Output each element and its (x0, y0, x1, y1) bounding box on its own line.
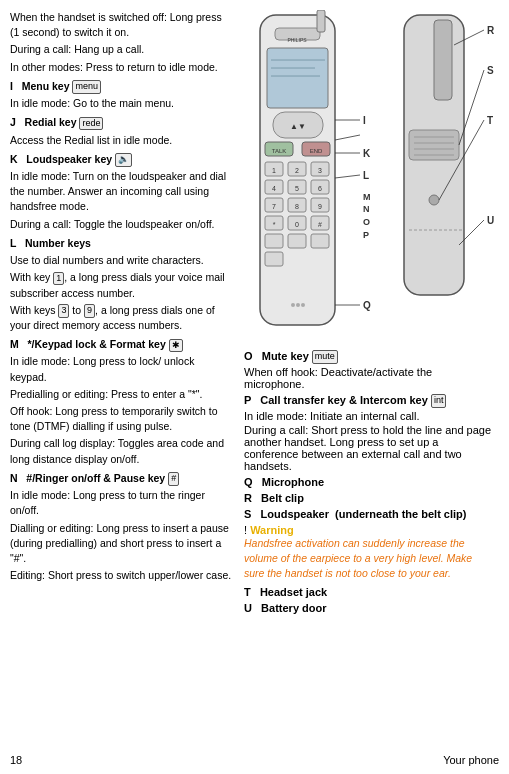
intro-line-2: During a call: Hang up a call. (10, 42, 232, 57)
section-K-line-2: During a call: Toggle the loudspeaker on… (10, 217, 232, 232)
section-N-line-1: In idle mode: Long press to turn the rin… (10, 488, 232, 518)
section-M-header: M */Keypad lock & Format key ✱ (10, 337, 232, 352)
footer-page-number: 18 (10, 754, 22, 766)
section-J-line-1: Access the Redial list in idle mode. (10, 133, 232, 148)
section-I: I Menu key menu In idle mode: Go to the … (10, 79, 232, 111)
section-K: K Loudspeaker key 🔈 In idle mode: Turn o… (10, 152, 232, 232)
section-N-line-3: Editing: Short press to switch upper/low… (10, 568, 232, 583)
svg-line-50 (335, 175, 360, 178)
svg-text:U: U (487, 215, 494, 226)
section-R: R Belt clip (244, 492, 495, 504)
section-N: N #/Ringer on/off & Pause key # In idle … (10, 471, 232, 584)
section-L: L Number keys Use to dial numbers and wr… (10, 236, 232, 333)
svg-text:Q: Q (363, 300, 371, 311)
svg-text:P: P (363, 230, 369, 240)
svg-text:L: L (363, 170, 369, 181)
section-J: J Redial key rede Access the Redial list… (10, 115, 232, 147)
section-L-header: L Number keys (10, 236, 232, 251)
svg-text:S: S (487, 65, 494, 76)
svg-point-65 (429, 195, 439, 205)
section-Q: Q Microphone (244, 476, 495, 488)
section-O-header: O Mute key mute (244, 350, 495, 364)
phone-back-svg: R S T U (379, 10, 499, 330)
left-column: When the handset is switched off: Long p… (10, 10, 240, 764)
section-O: O Mute key mute When off hook: Deactivat… (244, 350, 495, 390)
warning-icon: ! (244, 524, 247, 536)
section-O-line-1: When off hook: Deactivate/activate the m… (244, 366, 495, 390)
svg-text:K: K (363, 148, 371, 159)
svg-text:T: T (487, 115, 493, 126)
intro-line-1: When the handset is switched off: Long p… (10, 10, 232, 40)
section-J-header: J Redial key rede (10, 115, 232, 130)
section-L-line-1: Use to dial numbers and write characters… (10, 253, 232, 268)
section-I-header: I Menu key menu (10, 79, 232, 94)
section-U: U Battery door (244, 602, 495, 614)
section-P-line-1: In idle mode: Initiate an internal call. (244, 410, 495, 422)
section-T-header: T Headset jack (244, 586, 495, 598)
right-text-block: O Mute key mute When off hook: Deactivat… (240, 350, 499, 618)
section-P-header: P Call transfer key & Intercom key int (244, 394, 495, 408)
svg-text:N: N (363, 204, 370, 214)
page-footer: 18 Your phone (10, 754, 499, 766)
section-U-header: U Battery door (244, 602, 495, 614)
section-K-line-1: In idle mode: Turn on the loudspeaker an… (10, 169, 232, 215)
svg-text:R: R (487, 25, 495, 36)
section-L-line-3: With keys 3 to 9, a long press dials one… (10, 303, 232, 333)
svg-rect-59 (434, 20, 452, 100)
section-M-line-4: During call log display: Toggles area co… (10, 436, 232, 466)
intro-block: When the handset is switched off: Long p… (10, 10, 232, 75)
section-M-line-3: Off hook: Long press to temporarily swit… (10, 404, 232, 434)
section-M-line-2: Predialling or editing: Press to enter a… (10, 387, 232, 402)
section-K-header: K Loudspeaker key 🔈 (10, 152, 232, 167)
warning-text: Handsfree activation can suddenly increa… (244, 536, 495, 582)
right-column: PHILIPS ▲▼ TALK END 1 2 3 4 (240, 10, 499, 764)
section-M-line-1: In idle mode: Long press to lock/ unlock… (10, 354, 232, 384)
section-I-line-1: In idle mode: Go to the main menu. (10, 96, 232, 111)
footer-section-title: Your phone (443, 754, 499, 766)
section-T: T Headset jack (244, 586, 495, 598)
section-N-header: N #/Ringer on/off & Pause key # (10, 471, 232, 486)
page-container: When the handset is switched off: Long p… (0, 0, 509, 774)
section-P-line-2: During a call: Short press to hold the l… (244, 424, 495, 472)
section-Q-header: Q Microphone (244, 476, 495, 488)
svg-line-47 (335, 135, 360, 140)
section-N-line-2: Dialling or editing: Long press to inser… (10, 521, 232, 567)
warning-box: ! Warning Handsfree activation can sudde… (244, 524, 495, 582)
section-L-line-2: With key 1, a long press dials your voic… (10, 270, 232, 300)
warning-title: ! Warning (244, 524, 495, 536)
svg-text:O: O (363, 217, 370, 227)
section-P: P Call transfer key & Intercom key int I… (244, 394, 495, 472)
intro-line-3: In other modes: Press to return to idle … (10, 60, 232, 75)
section-S: S Loudspeaker (underneath the belt clip) (244, 508, 495, 520)
section-R-header: R Belt clip (244, 492, 495, 504)
section-S-header: S Loudspeaker (underneath the belt clip) (244, 508, 495, 520)
section-M: M */Keypad lock & Format key ✱ In idle m… (10, 337, 232, 467)
svg-text:I: I (363, 115, 366, 126)
svg-text:M: M (363, 192, 371, 202)
